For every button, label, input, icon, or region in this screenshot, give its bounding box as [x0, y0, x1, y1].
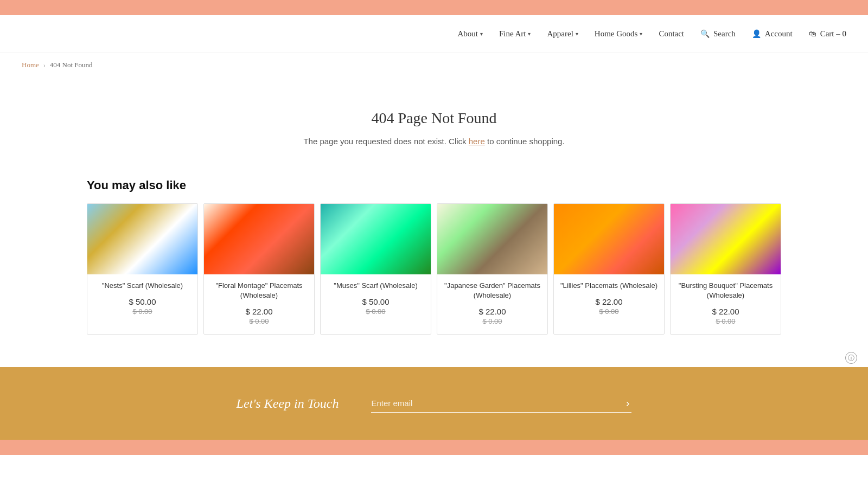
product-name: "Lillies" Placemats (Wholesale) — [559, 281, 659, 291]
email-input[interactable] — [371, 394, 623, 412]
bottom-bar — [0, 440, 868, 455]
home-goods-chevron-icon: ▾ — [640, 31, 642, 37]
info-icon-wrap: ⓘ — [845, 352, 857, 364]
nav-about-label: About — [457, 29, 478, 38]
suggestions-title: You may also like — [87, 178, 781, 192]
nav-cart-label: Cart – 0 — [820, 29, 846, 38]
breadcrumb-home[interactable]: Home — [22, 61, 39, 69]
info-icon[interactable]: ⓘ — [845, 352, 857, 364]
product-price: $ 22.00 — [209, 307, 309, 316]
products-grid: "Nests" Scarf (Wholesale)$ 50.00$ 0.00"F… — [87, 203, 781, 335]
product-image — [87, 204, 197, 274]
product-original-price: $ 0.00 — [209, 317, 309, 325]
about-chevron-icon: ▾ — [480, 31, 483, 37]
product-card[interactable]: "Bursting Bouquet" Placemats (Wholesale)… — [670, 203, 781, 335]
error-message-pre: The page you requested does not exist. C… — [303, 137, 468, 146]
suggestions-section: You may also like ⓘ "Nests" Scarf (Whole… — [0, 168, 868, 367]
email-submit-button[interactable]: › — [624, 397, 632, 409]
fine-art-chevron-icon: ▾ — [528, 31, 531, 37]
account-icon: 👤 — [752, 29, 761, 38]
product-name: "Muses" Scarf (Wholesale) — [326, 281, 425, 291]
product-name: "Floral Montage" Placemats (Wholesale) — [209, 281, 309, 300]
product-name: "Japanese Garden" Placemats (Wholesale) — [443, 281, 542, 300]
product-original-price: $ 0.00 — [93, 307, 192, 316]
error-here-link[interactable]: here — [469, 137, 485, 146]
product-image — [671, 204, 781, 274]
product-card[interactable]: "Lillies" Placemats (Wholesale)$ 22.00$ … — [553, 203, 665, 335]
apparel-chevron-icon: ▾ — [576, 31, 578, 37]
breadcrumb-current: 404 Not Found — [50, 61, 93, 69]
footer-newsletter: Let's Keep in Touch › — [0, 367, 868, 440]
product-card[interactable]: "Muses" Scarf (Wholesale)$ 50.00$ 0.00 — [320, 203, 431, 335]
product-original-price: $ 0.00 — [443, 317, 542, 325]
product-image — [321, 204, 431, 274]
top-bar — [0, 0, 868, 15]
product-price: $ 22.00 — [676, 307, 775, 316]
product-original-price: $ 0.00 — [559, 307, 659, 316]
error-message: The page you requested does not exist. C… — [11, 137, 857, 146]
product-price: $ 50.00 — [93, 297, 192, 306]
main-nav: About ▾ Fine Art ▾ Apparel ▾ Home Goods … — [0, 15, 868, 53]
error-title: 404 Page Not Found — [11, 110, 857, 127]
nav-fine-art-label: Fine Art — [499, 29, 526, 38]
product-card[interactable]: "Nests" Scarf (Wholesale)$ 50.00$ 0.00 — [87, 203, 198, 335]
product-name: "Nests" Scarf (Wholesale) — [93, 281, 192, 291]
cart-icon: 🛍 — [809, 30, 816, 38]
nav-about[interactable]: About ▾ — [457, 29, 483, 38]
footer-tagline: Let's Keep in Touch — [237, 396, 339, 411]
product-price: $ 22.00 — [559, 297, 659, 306]
product-name: "Bursting Bouquet" Placemats (Wholesale) — [676, 281, 775, 300]
nav-contact[interactable]: Contact — [659, 29, 684, 38]
nav-contact-label: Contact — [659, 29, 684, 38]
product-image — [204, 204, 314, 274]
nav-apparel-label: Apparel — [547, 29, 573, 38]
product-original-price: $ 0.00 — [676, 317, 775, 325]
error-message-post: to continue shopping. — [485, 137, 565, 146]
product-price: $ 22.00 — [443, 307, 542, 316]
nav-fine-art[interactable]: Fine Art ▾ — [499, 29, 531, 38]
nav-search[interactable]: 🔍 Search — [700, 29, 736, 38]
nav-account-label: Account — [765, 29, 793, 38]
nav-account[interactable]: 👤 Account — [752, 29, 793, 38]
product-image — [437, 204, 547, 274]
breadcrumb: Home › 404 Not Found — [0, 53, 868, 77]
error-section: 404 Page Not Found The page you requeste… — [0, 77, 868, 168]
email-form: › — [371, 394, 631, 413]
breadcrumb-separator: › — [43, 61, 46, 69]
nav-apparel[interactable]: Apparel ▾ — [547, 29, 578, 38]
nav-home-goods-label: Home Goods — [595, 29, 638, 38]
product-card[interactable]: "Floral Montage" Placemats (Wholesale)$ … — [203, 203, 315, 335]
nav-home-goods[interactable]: Home Goods ▾ — [595, 29, 643, 38]
product-card[interactable]: "Japanese Garden" Placemats (Wholesale)$… — [437, 203, 548, 335]
search-icon: 🔍 — [700, 29, 710, 38]
nav-cart[interactable]: 🛍 Cart – 0 — [809, 29, 846, 38]
nav-search-label: Search — [713, 29, 736, 38]
product-original-price: $ 0.00 — [326, 307, 425, 316]
product-price: $ 50.00 — [326, 297, 425, 306]
product-image — [554, 204, 664, 274]
